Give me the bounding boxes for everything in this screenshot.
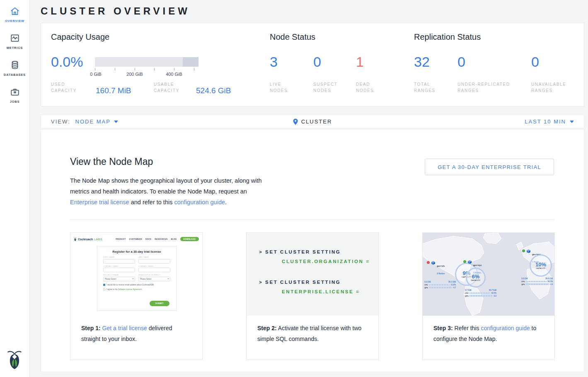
mini-checkbox-updates: I would like to receive email updates ab… — [103, 284, 170, 286]
mini-checkbox-license: I agree to the Software License Agreemen… — [103, 288, 170, 290]
used-capacity-value: 160.7 MiB — [96, 86, 131, 95]
mini-input — [103, 268, 135, 272]
capacity-bar — [95, 57, 198, 67]
configuration-guide-link[interactable]: configuration guide — [174, 199, 225, 205]
suspect-nodes-value: 0 — [313, 54, 321, 70]
capacity-bar-end-segment — [183, 57, 198, 67]
capacity-usage-chart: 0 GiB 200 GiB 400 GiB — [95, 57, 198, 77]
dead-nodes-value: 1 — [356, 54, 364, 70]
mini-form-title: Register for a 30-day trial license — [103, 250, 170, 254]
suspect-nodes-label: SUSPECTNODES — [313, 81, 337, 94]
mini-register-form: Register for a 30-day trial license FIRS… — [97, 246, 177, 311]
usable-capacity-label: USABLECAPACITY — [154, 81, 179, 94]
sidebar: OVERVIEW METRICS DATABASES JOBS — [0, 0, 30, 377]
under-replicated-ranges-label: UNDER-REPLICATEDRANGES — [457, 81, 510, 94]
setup-steps: CockroachLABS PRODUCT CUSTOMERS DOCS RES… — [70, 232, 555, 360]
time-range-dropdown[interactable]: LAST 10 MIN — [525, 118, 574, 125]
step-1-image: CockroachLABS PRODUCT CUSTOMERS DOCS RES… — [70, 233, 202, 316]
axis-label: 200 GiB — [126, 72, 143, 77]
live-status-icon — [463, 260, 466, 263]
node-status-title: Node Status — [270, 32, 315, 42]
cluster-breadcrumb: CLUSTER — [293, 118, 332, 125]
view-label: VIEW: — [51, 118, 70, 125]
node-cube-icon — [527, 249, 530, 253]
sql-setting: ENTERPRISE.LICENSE = — [259, 289, 378, 294]
app-root: OVERVIEW METRICS DATABASES JOBS CLUSTER … — [0, 0, 588, 377]
sql-prompt: > SET CLUSTER SETTING — [259, 280, 378, 285]
sfo-stats: 3.2 GiB35.1 GiB CPU11.0% QPS4.7 — [424, 281, 456, 289]
mini-select: Please Select — [138, 277, 170, 281]
node-cube-icon — [431, 261, 435, 265]
cockroach-labs-site-thumbnail: CockroachLABS PRODUCT CUSTOMERS DOCS RES… — [70, 233, 202, 316]
unavailable-ranges-label: UNAVAILABLERANGES — [531, 81, 566, 94]
page-title: CLUSTER OVERVIEW — [41, 5, 190, 17]
mini-download-button: DOWNLOAD — [180, 237, 199, 241]
step-2-image: > SET CLUSTER SETTING CLUSTER.ORGANIZATI… — [247, 233, 378, 316]
chevron-down-icon — [114, 121, 118, 123]
total-ranges-value: 32 — [414, 54, 430, 70]
capacity-axis-ticks — [95, 68, 198, 71]
view-selector-dropdown[interactable]: NODE MAP — [75, 118, 118, 125]
mini-submit-button: SUBMIT — [150, 301, 169, 306]
sidebar-item-label: DATABASES — [4, 73, 26, 77]
live-nodes-label: LIVENODES — [270, 81, 288, 94]
mini-input — [138, 268, 170, 272]
map-locale-sfo: geo=sfo2 Nodes — [427, 261, 445, 276]
step-3-caption: Step 3: Refer this configuration guide t… — [423, 316, 554, 344]
unavailable-ranges-value: 0 — [531, 54, 539, 70]
ams-stats: 3.6 GiB36.6 GiB CPU58.3% QPS4.4 — [521, 278, 553, 285]
configuration-guide-link[interactable]: configuration guide — [481, 325, 530, 331]
checkbox-checked-icon — [103, 284, 105, 286]
nyc-stats: 3.7 GiB63.7 GiB CPU42.5% QPS0.0 — [465, 289, 496, 297]
metrics-icon — [10, 33, 20, 44]
mini-input — [103, 259, 135, 263]
cockroach-bug-icon — [74, 237, 77, 241]
dead-status-icon — [427, 261, 430, 264]
ams-capacity-ring: 10% CAPACITY — [530, 254, 552, 277]
capacity-used-percent: 0.0% — [51, 54, 83, 70]
live-status-icon — [522, 249, 525, 252]
dead-nodes-label: DEADNODES — [356, 81, 374, 94]
capacity-axis-labels: 0 GiB 200 GiB 400 GiB — [95, 72, 198, 77]
node-map-heading: View the Node Map — [70, 156, 153, 167]
step-2-caption: Step 2: Activate the trial license with … — [247, 316, 378, 344]
location-pin-icon — [293, 118, 298, 125]
mini-brand: CockroachLABS — [74, 237, 102, 241]
under-replicated-ranges-value: 0 — [457, 54, 465, 70]
sidebar-item-jobs[interactable]: JOBS — [0, 81, 29, 108]
jobs-icon — [10, 87, 20, 97]
sidebar-item-metrics[interactable]: METRICS — [0, 27, 29, 54]
mini-input — [138, 259, 170, 263]
sql-setting: CLUSTER.ORGANIZATION = — [259, 259, 378, 264]
sidebar-item-label: JOBS — [10, 100, 20, 104]
get-trial-license-link[interactable]: Get a trial license — [102, 325, 147, 331]
node-cube-icon — [468, 260, 472, 264]
checkbox-empty-icon — [103, 288, 105, 290]
step-1-card: CockroachLABS PRODUCT CUSTOMERS DOCS RES… — [70, 232, 203, 360]
step-2-card: > SET CLUSTER SETTING CLUSTER.ORGANIZATI… — [246, 232, 379, 360]
enterprise-trial-button[interactable]: GET A 30-DAY ENTERPRISE TRIAL — [425, 159, 554, 175]
home-icon — [10, 6, 20, 17]
chevron-down-icon — [570, 121, 574, 123]
mini-nav: PRODUCT CUSTOMERS DOCS RESOURCES BLOG DO… — [116, 237, 199, 241]
divider — [70, 219, 555, 220]
cockroachdb-logo — [7, 350, 22, 370]
sql-prompt: > SET CLUSTER SETTING — [259, 249, 378, 254]
enterprise-trial-link[interactable]: Enterprise trial license — [70, 199, 129, 205]
total-ranges-label: TOTALRANGES — [414, 81, 436, 94]
sidebar-item-overview[interactable]: OVERVIEW — [0, 0, 29, 27]
replication-status-title: Replication Status — [414, 32, 481, 42]
sidebar-item-label: METRICS — [7, 46, 23, 50]
node-map-thumbnail: geo=sfo2 Nodes 9% CAPACITY 3.2 GiB35.1 G… — [423, 233, 554, 316]
sidebar-item-databases[interactable]: DATABASES — [0, 54, 29, 81]
capacity-usage-title: Capacity Usage — [51, 32, 109, 42]
sql-commands-thumbnail: > SET CLUSTER SETTING CLUSTER.ORGANIZATI… — [247, 233, 378, 316]
usable-capacity-value: 524.6 GiB — [196, 86, 231, 95]
live-nodes-value: 3 — [270, 54, 278, 70]
axis-label: 400 GiB — [166, 72, 182, 77]
node-map-panel: View the Node Map GET A 30-DAY ENTERPRIS… — [41, 129, 584, 372]
mini-select: Please Select — [103, 277, 135, 281]
axis-label: 0 GiB — [90, 72, 102, 77]
used-capacity-label: USEDCAPACITY — [51, 81, 77, 94]
step-3-image: geo=sfo2 Nodes 9% CAPACITY 3.2 GiB35.1 G… — [423, 233, 554, 316]
